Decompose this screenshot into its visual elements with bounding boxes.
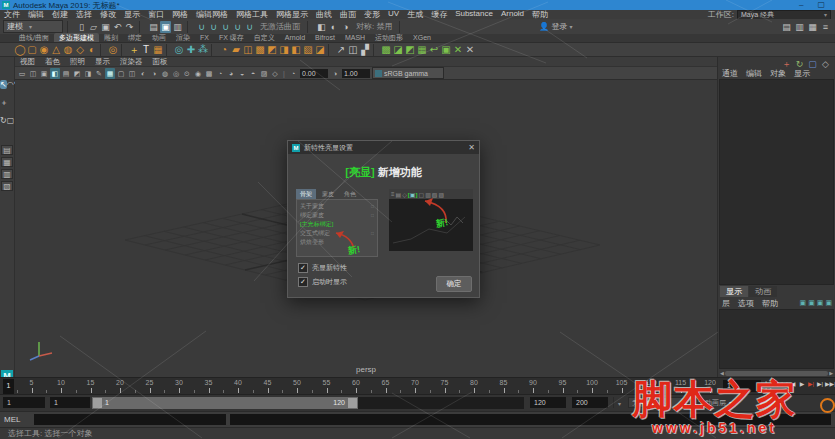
step-forward-frame-button[interactable]: ▶| bbox=[816, 380, 824, 393]
layer-tab-动画[interactable]: 动画 bbox=[749, 286, 777, 297]
bridge-icon[interactable]: ◧ bbox=[290, 43, 302, 56]
step-back-key-button[interactable]: |◀ bbox=[780, 380, 788, 393]
camera-attributes-icon[interactable]: ▣ bbox=[39, 68, 49, 79]
dialog-titlebar[interactable]: M 新特性亮显设置 ✕ bbox=[288, 141, 479, 154]
film-gate-icon[interactable]: ▢ bbox=[116, 68, 126, 79]
curve-tool-icon[interactable]: ＋ bbox=[128, 43, 140, 56]
checkbox-icon[interactable]: ✓ bbox=[298, 277, 308, 287]
isolate-select-icon[interactable]: ◇ bbox=[270, 68, 280, 79]
snap-plane-icon[interactable]: ∪ bbox=[232, 21, 243, 33]
uv-cube-icon[interactable]: ▦ bbox=[416, 43, 428, 56]
uv-contour-icon[interactable]: ↩ bbox=[428, 43, 440, 56]
dialog-checkbox[interactable]: ✓亮显新特性 bbox=[298, 263, 347, 273]
joint-tool-icon[interactable]: ◎ bbox=[173, 43, 185, 56]
range-start-handle[interactable] bbox=[93, 398, 102, 408]
poly-torus-icon[interactable]: ◍ bbox=[62, 43, 74, 56]
poly-cube-icon[interactable]: ▢ bbox=[26, 43, 38, 56]
lock-camera-icon[interactable]: ◫ bbox=[28, 68, 38, 79]
time-ruler[interactable]: 1 51015202530354045505560657075808590951… bbox=[2, 378, 716, 395]
svg-tool-icon[interactable]: ▦ bbox=[152, 43, 164, 56]
lasso-tool[interactable]: ◠ bbox=[7, 80, 14, 89]
panel-menu-渲染器[interactable]: 渲染器 bbox=[115, 57, 148, 67]
channel-box-icon[interactable]: ≡ bbox=[820, 21, 831, 33]
grease-pencil-icon[interactable]: ✎ bbox=[94, 68, 104, 79]
layout-outliner-persp[interactable]: ▧ bbox=[1, 181, 13, 191]
attribute-editor-icon[interactable]: ▥ bbox=[794, 21, 805, 33]
channel-box-menu-编辑[interactable]: 编辑 bbox=[742, 68, 766, 79]
ao-icon[interactable]: ◒ bbox=[237, 68, 247, 79]
shadows-icon[interactable]: ◕ bbox=[226, 68, 236, 79]
combine-icon[interactable]: ◔ bbox=[218, 43, 230, 56]
play-backwards-button[interactable]: ◀ bbox=[789, 380, 797, 393]
shelf-tab[interactable]: 渲染 bbox=[171, 33, 195, 42]
safe-title-icon[interactable]: ◎ bbox=[171, 68, 181, 79]
wireframe-mode-icon[interactable]: ⊙ bbox=[182, 68, 192, 79]
scroll-right-icon[interactable]: ▶ bbox=[829, 370, 833, 376]
select-component-icon[interactable]: ▥ bbox=[172, 21, 183, 33]
ok-button[interactable]: 确定 bbox=[436, 276, 472, 292]
channel-box-menu-对象[interactable]: 对象 bbox=[766, 68, 790, 79]
symmetry-indicator[interactable]: 对称: 禁用 bbox=[353, 21, 395, 32]
character-set-dropdown[interactable]: 无角色集 bbox=[628, 397, 688, 408]
grid-toggle-icon[interactable]: ▦ bbox=[105, 68, 115, 79]
snap-point-icon[interactable]: ∪ bbox=[220, 21, 231, 33]
snap-grid-icon[interactable]: ∪ bbox=[196, 21, 207, 33]
range-track[interactable]: 1 120 bbox=[92, 397, 524, 409]
current-time-field[interactable]: 1 bbox=[723, 380, 761, 392]
rotate-tool[interactable]: ↻ bbox=[0, 116, 7, 125]
bookmark-icon[interactable]: ◧ bbox=[50, 68, 60, 79]
ipr-render-icon[interactable]: ◑ bbox=[340, 21, 351, 33]
layer-menu-选项[interactable]: 选项 bbox=[734, 298, 758, 309]
channel-box-area[interactable] bbox=[719, 79, 834, 285]
range-end-handle[interactable] bbox=[348, 398, 357, 408]
multi-cut-icon[interactable]: ▧ bbox=[302, 43, 314, 56]
scrollbar-track[interactable] bbox=[725, 371, 828, 376]
shelf-tab[interactable]: Arnold bbox=[280, 33, 310, 42]
sign-in-dropdown[interactable]: 👤 登录 ▾ bbox=[538, 21, 572, 33]
exposure-field[interactable]: 0.00 bbox=[300, 69, 328, 78]
open-scene-icon[interactable]: ▱ bbox=[88, 21, 99, 33]
safe-action-icon[interactable]: ◍ bbox=[160, 68, 170, 79]
channel-box-menu-通道[interactable]: 通道 bbox=[718, 68, 742, 79]
shelf-tab[interactable]: 自定义 bbox=[249, 33, 280, 42]
target-weld-icon[interactable]: ◪ bbox=[314, 43, 326, 56]
construction-history-icon[interactable]: ◧ bbox=[316, 21, 327, 33]
close-icon[interactable]: ✕ bbox=[468, 143, 475, 152]
layer-tab-显示[interactable]: 显示 bbox=[720, 286, 748, 297]
scroll-left-icon[interactable]: ◀ bbox=[720, 370, 724, 376]
boolean-icon[interactable]: ◫ bbox=[242, 43, 254, 56]
redo-icon[interactable]: ↷ bbox=[124, 21, 135, 33]
new-layer-selected-icon[interactable]: ▣ bbox=[808, 299, 815, 307]
anim-layer-dropdown[interactable]: 无动画层 ▾ bbox=[694, 397, 756, 408]
select-hierarchy-icon[interactable]: ▤ bbox=[148, 21, 159, 33]
uv-cut-icon[interactable]: ✕ bbox=[452, 43, 464, 56]
gamma-field[interactable]: 1.00 bbox=[342, 69, 370, 78]
poly-cone-icon[interactable]: △ bbox=[50, 43, 62, 56]
super-shape-icon[interactable]: ◎ bbox=[107, 43, 119, 56]
scale-tool[interactable]: ▢ bbox=[7, 116, 15, 125]
shelf-tab[interactable]: 运动图形 bbox=[370, 33, 408, 42]
move-layer-up-icon[interactable]: ▣ bbox=[817, 299, 824, 307]
modeling-toolkit-icon[interactable]: ▤ bbox=[781, 21, 792, 33]
gate-mask-icon[interactable]: ◐ bbox=[138, 68, 148, 79]
shelf-tab[interactable]: 动画 bbox=[147, 33, 171, 42]
panel-menu-视图[interactable]: 视图 bbox=[15, 57, 40, 67]
layout-two-pane[interactable]: ▥ bbox=[1, 169, 13, 179]
field-chart-icon[interactable]: ◑ bbox=[149, 68, 159, 79]
aa-icon[interactable]: ◓ bbox=[248, 68, 258, 79]
xray-icon[interactable]: ▨ bbox=[259, 68, 269, 79]
select-object-icon[interactable]: ▣ bbox=[160, 21, 171, 33]
2d-pan-zoom-icon[interactable]: ◩ bbox=[72, 68, 82, 79]
panel-menu-显示[interactable]: 显示 bbox=[90, 57, 115, 67]
select-camera-icon[interactable]: ▭ bbox=[17, 68, 27, 79]
new-scene-icon[interactable]: ▯ bbox=[76, 21, 87, 33]
shelf-tab[interactable]: 多边形建模 bbox=[54, 33, 99, 42]
render-icon[interactable]: ◐ bbox=[328, 21, 339, 33]
bevel-icon[interactable]: ◨ bbox=[278, 43, 290, 56]
shelf-tab[interactable]: 雕刻 bbox=[99, 33, 123, 42]
new-empty-layer-icon[interactable]: ▣ bbox=[800, 299, 807, 307]
shaded-mode-icon[interactable]: ◉ bbox=[193, 68, 203, 79]
step-forward-key-button[interactable]: ▶| bbox=[807, 380, 815, 393]
quad-draw-icon[interactable]: ◫ bbox=[347, 43, 359, 56]
shelf-tab[interactable]: FX bbox=[195, 33, 214, 42]
